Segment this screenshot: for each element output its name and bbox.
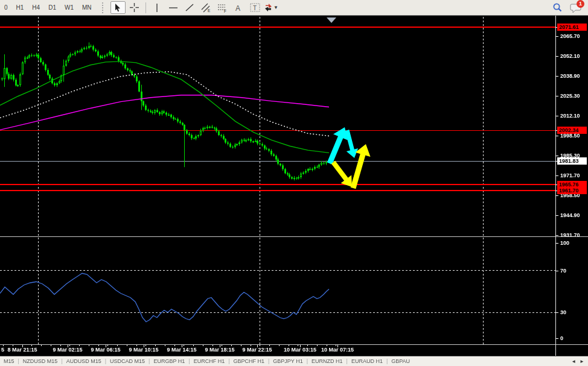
toolbar-right-group: 1: [552, 2, 588, 13]
trendline-icon: [185, 3, 194, 12]
crosshair-tool-button[interactable]: [127, 1, 142, 14]
timeframe-button-0[interactable]: 0: [0, 1, 12, 14]
timeframe-button-d1[interactable]: D1: [44, 1, 60, 14]
axis-label: 30: [560, 309, 587, 315]
axis-label: 2052.10: [560, 53, 587, 59]
time-label: 9 Mar 14:15: [167, 347, 196, 353]
axis-label: 1971.70: [560, 172, 587, 178]
svg-text:A: A: [235, 4, 240, 12]
axis-label: 2038.90: [560, 73, 587, 79]
price-tag: 1961.70: [557, 187, 587, 194]
axis-label: 1931.70: [560, 232, 587, 238]
axis-label: 100: [560, 240, 587, 246]
timeframe-button-h1[interactable]: H1: [12, 1, 28, 14]
svg-text:F: F: [224, 9, 226, 13]
chart-tab-euraud-h1[interactable]: EURAUD H1: [348, 358, 386, 364]
tab-scroll-right-icon[interactable]: ►: [580, 359, 584, 364]
arrows-icon: [264, 3, 273, 12]
chart-tab-audusd-m15[interactable]: AUDUSD M15: [63, 358, 105, 364]
chart-tab-nzdusd-m15[interactable]: NZDUSD M15: [19, 358, 62, 364]
fibonacci-tool-button[interactable]: F: [215, 1, 230, 14]
time-label: 9 Mar 22:15: [242, 347, 272, 353]
price-tag: 1981.83: [557, 157, 587, 165]
time-label: 9 Mar 06:15: [91, 347, 120, 353]
time-label: 5: [1, 347, 4, 353]
crosshair-icon: [130, 3, 139, 12]
chart-tab-eurgbp-h1[interactable]: EURGBP H1: [150, 358, 188, 364]
time-label: 9 Mar 18:15: [205, 347, 234, 353]
text-tool-button[interactable]: A: [231, 1, 246, 14]
time-label: 9 Mar 10:15: [129, 347, 158, 353]
chart-tabs: M15|NZDUSD M15|AUDUSD M15|USDCAD M15|EUR…: [0, 358, 414, 364]
time-label: 9 Mar 02:15: [53, 347, 82, 353]
toolbar-grip[interactable]: [102, 2, 106, 13]
horizontal-line-tool-button[interactable]: [166, 1, 181, 14]
timeframe-button-mn[interactable]: MN: [78, 1, 96, 14]
notification-bubble-icon[interactable]: 1: [570, 2, 582, 13]
axis-label: 1944.90: [560, 212, 587, 218]
toolbar-divider: [145, 2, 146, 13]
chevron-down-icon: ▼: [273, 5, 278, 10]
vertical-line-icon: [153, 3, 161, 13]
chart-area[interactable]: [0, 0, 588, 366]
magnifier-icon[interactable]: [552, 2, 563, 13]
trendline-tool-button[interactable]: [182, 1, 197, 14]
chart-tab-bar: M15|NZDUSD M15|AUDUSD M15|USDCAD M15|EUR…: [0, 356, 588, 366]
tab-scroll-buttons: ◄ ►: [569, 357, 588, 366]
fibonacci-icon: F: [217, 3, 227, 13]
vertical-line-tool-button[interactable]: [150, 1, 165, 14]
cursor-tool-button[interactable]: [110, 1, 126, 14]
notification-badge: 1: [577, 0, 584, 8]
chart-tab-gbpchf-h1[interactable]: GBPCHF H1: [230, 358, 269, 364]
chart-tab-eurnzd-h1[interactable]: EURNZD H1: [308, 358, 347, 364]
tab-scroll-left-icon[interactable]: ◄: [571, 359, 576, 364]
price-tag: 2002.34: [557, 127, 587, 134]
time-label: 10 Mar 07:15: [321, 347, 354, 353]
arrows-tool-button[interactable]: ▼: [264, 1, 279, 14]
axis-label: 2065.70: [560, 33, 587, 39]
svg-text:E: E: [208, 8, 211, 13]
equidistant-channel-icon: E: [201, 3, 211, 13]
price-tag: 2071.61: [557, 24, 587, 31]
chart-tab-usdcad-m15[interactable]: USDCAD M15: [106, 358, 149, 364]
axis-label: 70: [560, 268, 587, 274]
trading-platform-window: 0H1H4D1W1MN: [0, 0, 588, 366]
axis-label: 2025.30: [560, 93, 587, 99]
text-label-tool-button[interactable]: T: [248, 1, 263, 14]
equidistant-channel-tool-button[interactable]: E: [199, 1, 214, 14]
timeframe-button-h4[interactable]: H4: [28, 1, 44, 14]
horizontal-line-icon: [168, 4, 178, 12]
timeframe-button-w1[interactable]: W1: [60, 1, 78, 14]
svg-text:T: T: [253, 5, 257, 11]
toolbar: 0H1H4D1W1MN: [0, 0, 588, 16]
timeframe-buttons: 0H1H4D1W1MN: [0, 1, 96, 14]
time-label: 10 Mar 03:15: [284, 347, 316, 353]
cursor-icon: [113, 3, 122, 12]
chart-tab-m15[interactable]: M15: [0, 358, 18, 364]
time-label: 8 Mar 21:15: [7, 347, 37, 353]
axis-label: 2012.10: [560, 113, 587, 119]
text-icon: A: [234, 4, 243, 12]
chart-tab-gbpjpy-h1[interactable]: GBPJPY H1: [269, 358, 306, 364]
text-label-icon: T: [250, 3, 260, 12]
chart-tab-gbpau[interactable]: GBPAU: [388, 358, 414, 364]
axis-label: 0: [560, 335, 587, 341]
chart-tab-eurchf-h1[interactable]: EURCHF H1: [190, 358, 229, 364]
